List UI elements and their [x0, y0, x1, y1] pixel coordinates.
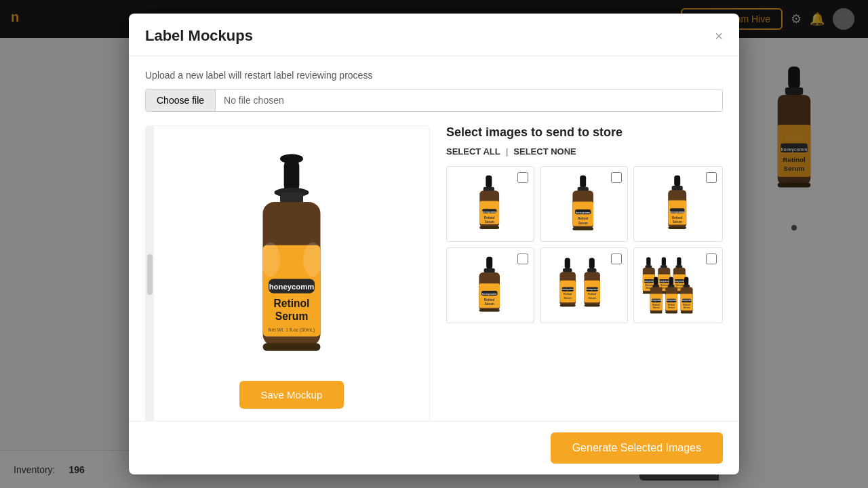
grid-image-3: honeycomm Retinol Serum: [656, 174, 701, 235]
svg-text:Retinol: Retinol: [274, 298, 310, 309]
svg-text:honeycomm: honeycomm: [644, 280, 654, 283]
svg-rect-125: [684, 277, 688, 285]
svg-text:honeycomm: honeycomm: [651, 299, 662, 302]
svg-rect-35: [580, 176, 586, 188]
svg-rect-63: [563, 268, 572, 272]
svg-text:Retinol: Retinol: [578, 217, 588, 220]
grid-image-4: honeycomm Retinol Serum: [469, 255, 513, 316]
grid-cell-2: honeycomm Retinol Serum: [540, 166, 628, 242]
modal-body: Upload a new label will restart label re…: [129, 56, 739, 421]
select-divider: |: [506, 146, 509, 157]
svg-text:Serum: Serum: [564, 297, 571, 300]
svg-text:Retinol: Retinol: [645, 284, 652, 287]
svg-rect-124: [665, 312, 677, 314]
svg-rect-115: [650, 312, 663, 314]
svg-text:honeycomm: honeycomm: [561, 288, 574, 291]
product-preview-panel: honeycomm Retinol Serum Net Wt. 1 fl.oz …: [145, 125, 430, 421]
grid-image-1: honeycomm Retinol Serum Net Wt. 1 fl.oz: [472, 174, 509, 235]
svg-rect-107: [654, 277, 658, 285]
grid-image-5: honeycomm Retinol Serum honeycomm: [552, 255, 616, 316]
svg-text:Retinol: Retinol: [683, 304, 690, 306]
svg-text:Retinol: Retinol: [484, 298, 494, 302]
grid-checkbox-2[interactable]: [611, 172, 622, 183]
svg-rect-98: [677, 258, 681, 266]
svg-rect-62: [564, 258, 570, 269]
svg-text:Retinol: Retinol: [564, 293, 572, 296]
scroll-indicator: [146, 126, 154, 421]
svg-text:honeycomm: honeycomm: [682, 299, 692, 302]
svg-text:Serum: Serum: [588, 297, 595, 300]
svg-rect-71: [589, 258, 594, 269]
image-grid: honeycomm Retinol Serum Net Wt. 1 fl.oz: [446, 166, 723, 323]
svg-text:Serum: Serum: [484, 220, 494, 224]
modal-overlay: Label Mockups × Upload a new label will …: [0, 0, 868, 488]
svg-rect-79: [584, 304, 599, 307]
save-mockup-button[interactable]: Save Mockup: [239, 381, 344, 409]
svg-text:Serum: Serum: [275, 310, 308, 322]
grid-cell-5: honeycomm Retinol Serum honeycomm: [540, 247, 628, 323]
svg-text:Retinol: Retinol: [588, 293, 596, 296]
svg-rect-52: [668, 226, 686, 229]
svg-text:Serum: Serum: [672, 220, 682, 224]
svg-rect-24: [263, 343, 321, 350]
content-row: honeycomm Retinol Serum Net Wt. 1 fl.oz …: [145, 125, 723, 421]
grid-checkbox-5[interactable]: [611, 253, 622, 264]
grid-cell-4: honeycomm Retinol Serum: [446, 247, 534, 323]
choose-file-button[interactable]: Choose file: [146, 89, 216, 111]
grid-checkbox-6[interactable]: [706, 253, 717, 264]
grid-cell-3: honeycomm Retinol Serum: [633, 166, 723, 242]
svg-point-18: [303, 243, 322, 277]
generate-selected-images-button[interactable]: Generate Selected Images: [551, 432, 723, 464]
grid-checkbox-1[interactable]: [517, 172, 528, 183]
label-mockups-modal: Label Mockups × Upload a new label will …: [129, 14, 739, 474]
svg-rect-54: [484, 268, 494, 273]
grid-checkbox-4[interactable]: [517, 253, 528, 264]
select-controls: SELECT ALL | SELECT NONE: [446, 146, 723, 157]
svg-text:Serum: Serum: [578, 222, 587, 225]
svg-text:Serum: Serum: [653, 306, 660, 309]
modal-close-button[interactable]: ×: [715, 29, 723, 43]
svg-text:Serum: Serum: [484, 302, 494, 306]
svg-text:Retinol: Retinol: [675, 284, 683, 287]
image-grid-section: Select images to send to store SELECT AL…: [446, 125, 723, 421]
file-name-display: No file chosen: [216, 89, 722, 111]
grid-cell-1: honeycomm Retinol Serum Net Wt. 1 fl.oz: [446, 166, 534, 242]
svg-rect-133: [681, 312, 693, 314]
modal-header: Label Mockups ×: [129, 14, 739, 56]
svg-rect-70: [559, 304, 575, 307]
svg-text:Retinol: Retinol: [660, 284, 668, 287]
svg-text:honeycomm: honeycomm: [482, 293, 496, 296]
svg-rect-34: [479, 226, 499, 229]
svg-text:honeycomm: honeycomm: [670, 211, 684, 214]
svg-rect-12: [284, 159, 300, 192]
svg-text:honeycomm: honeycomm: [482, 211, 496, 214]
scroll-thumb: [147, 254, 153, 295]
select-all-link[interactable]: SELECT ALL: [446, 146, 500, 157]
preview-bottle-svg: honeycomm Retinol Serum Net Wt. 1 fl.oz …: [224, 140, 359, 370]
file-upload-bar: Choose file No file chosen: [145, 89, 723, 112]
grid-checkbox-3[interactable]: [706, 172, 717, 183]
svg-rect-72: [587, 268, 597, 272]
svg-rect-89: [662, 258, 666, 266]
modal-footer: Generate Selected Images: [129, 421, 739, 474]
svg-rect-44: [674, 176, 680, 186]
grid-title: Select images to send to store: [446, 125, 723, 140]
svg-text:honeycomm: honeycomm: [269, 283, 315, 291]
svg-rect-61: [479, 309, 500, 312]
grid-image-6: honeycomm Retinol Serum: [641, 255, 715, 316]
svg-rect-25: [486, 176, 492, 188]
svg-text:Retinol: Retinol: [484, 216, 494, 220]
preview-image-area: honeycomm Retinol Serum Net Wt. 1 fl.oz …: [154, 126, 429, 421]
svg-text:Serum: Serum: [668, 306, 675, 309]
svg-text:Net Wt. 1 fl.oz (30mL): Net Wt. 1 fl.oz (30mL): [269, 327, 315, 333]
grid-cell-6: honeycomm Retinol Serum: [633, 247, 723, 323]
svg-text:honeycomm: honeycomm: [674, 280, 685, 283]
select-none-link[interactable]: SELECT NONE: [513, 146, 576, 157]
svg-point-17: [261, 243, 280, 277]
svg-text:Retinol: Retinol: [668, 304, 675, 306]
svg-rect-43: [572, 227, 593, 230]
svg-text:honeycomm: honeycomm: [576, 211, 590, 214]
upload-notice: Upload a new label will restart label re…: [145, 70, 723, 81]
svg-text:honeycomm: honeycomm: [585, 288, 598, 291]
modal-title: Label Mockups: [145, 27, 253, 45]
